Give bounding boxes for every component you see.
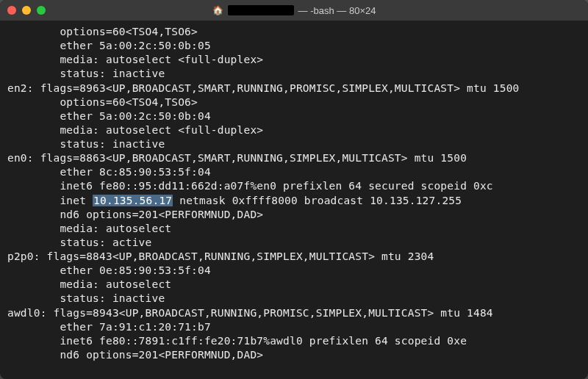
output-line: media: autoselect — [7, 278, 171, 290]
output-line: nd6 options=201<PERFORMNUD,DAD> — [7, 209, 263, 220]
zoom-icon[interactable] — [37, 6, 46, 15]
output-line: media: autoselect <full-duplex> — [7, 124, 263, 136]
selected-ip[interactable]: 10.135.56.17 — [93, 195, 173, 206]
window-title-suffix: — -bash — 80×24 — [298, 5, 376, 16]
output-line: options=60<TSO4,TSO6> — [7, 96, 198, 108]
output-line: ether 0e:85:90:53:5f:04 — [7, 264, 211, 276]
home-icon: 🏠 — [212, 5, 223, 15]
output-line: inet6 fe80::7891:c1ff:fe20:71b7%awdl0 pr… — [7, 335, 467, 347]
output-line: status: inactive — [7, 292, 165, 304]
minimize-icon[interactable] — [22, 6, 31, 15]
output-line: media: autoselect — [7, 223, 171, 234]
terminal-output[interactable]: options=60<TSO4,TSO6> ether 5a:00:2c:50:… — [0, 21, 588, 369]
output-line: inet6 fe80::95:dd11:662d:a07f%en0 prefix… — [7, 180, 493, 192]
output-line: status: inactive — [7, 68, 165, 79]
window-title: 🏠 — -bash — 80×24 — [0, 5, 588, 16]
output-line: options=60<TSO4,TSO6> — [7, 26, 198, 37]
output-line: inet — [7, 195, 93, 206]
output-line: p2p0: flags=8843<UP,BROADCAST,RUNNING,SI… — [7, 250, 434, 262]
output-line: status: active — [7, 237, 151, 248]
output-line: status: inactive — [7, 138, 165, 150]
output-line: netmask 0xffff8000 broadcast 10.135.127.… — [173, 195, 462, 206]
output-line: en0: flags=8863<UP,BROADCAST,SMART,RUNNI… — [7, 152, 467, 164]
terminal-window: 🏠 — -bash — 80×24 options=60<TSO4,TSO6> … — [0, 0, 588, 379]
output-line: ether 7a:91:c1:20:71:b7 — [7, 321, 211, 333]
output-line: ether 5a:00:2c:50:0b:05 — [7, 40, 211, 51]
redacted-username — [228, 5, 294, 15]
output-line: ether 5a:00:2c:50:0b:04 — [7, 110, 211, 122]
close-icon[interactable] — [7, 6, 16, 15]
output-line: media: autoselect <full-duplex> — [7, 54, 263, 65]
output-line: awdl0: flags=8943<UP,BROADCAST,RUNNING,P… — [7, 307, 493, 319]
output-line: ether 8c:85:90:53:5f:04 — [7, 166, 211, 178]
titlebar[interactable]: 🏠 — -bash — 80×24 — [0, 0, 588, 21]
output-line: nd6 options=201<PERFORMNUD,DAD> — [7, 349, 263, 361]
window-controls — [7, 6, 46, 15]
output-line: en2: flags=8963<UP,BROADCAST,SMART,RUNNI… — [7, 82, 520, 94]
